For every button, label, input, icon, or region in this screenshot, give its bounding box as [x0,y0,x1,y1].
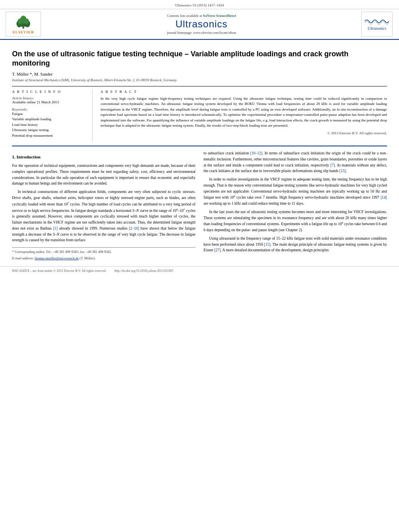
body-p1: For the operation of technical equipment… [12,163,195,187]
keywords-list: Fatigue Variable amplitude loading Load … [12,111,86,139]
right-logo: Ultrasonics [361,12,393,37]
journal-top-header: ELSEVIER Contents lists available at Sci… [0,9,399,40]
article-title: On the use of ultrasonic fatigue testing… [12,49,387,68]
keyword-4: Ultrasonic fatigue testing [12,127,86,133]
main-content: On the use of ultrasonic fatigue testing… [0,40,399,266]
article-history-group: Article history: Available online 21 Mar… [12,96,86,104]
section1-heading: 1. Introduction [12,154,195,160]
elsevier-brand-text: ELSEVIER [12,30,34,34]
homepage-line: journal homepage: www.elsevier.com/locat… [46,31,357,35]
body-col-right: to subsurface crack initiation [10–12]. … [204,150,387,262]
article-history-label: Article history: [12,96,86,100]
affiliation: Institute of Structural Mechanics (StM),… [12,78,387,82]
article-info-col: A R T I C L E I N F O Article history: A… [12,90,93,142]
contents-line: Contents lists available at SciVerse Sci… [46,14,357,18]
body-p2: In technical constructions of different … [12,189,195,243]
email-link[interactable]: thomas.mueller@uni-rostock.de [35,256,78,260]
elsevier-logo: ELSEVIER [6,12,42,37]
ultrasonics-wave-icon [365,18,389,25]
abstract-col: A B S T R A C T In the very high cycle f… [101,90,387,142]
abstract-text: In the very high cycle fatigue regime hi… [101,96,387,129]
body-p4: In order to realize investigations in th… [204,177,387,207]
article-meta-row: A R T I C L E I N F O Article history: A… [12,90,387,142]
footer-doi: http://dx.doi.org/10.1016/j.ultras.2013.… [114,269,173,273]
available-online: Available online 21 March 2013 [12,100,86,104]
volume-info-header: Ultrasonics 53 (2013) 1417–1424 [0,0,399,9]
body-columns: 1. Introduction For the operation of tec… [12,150,387,262]
footnote-email: E-mail address: thomas.mueller@uni-rosto… [12,256,195,261]
keywords-label: Keywords: [12,107,86,111]
article-info-section-label: A R T I C L E I N F O [12,90,86,94]
sciverse-link[interactable]: SciVerse ScienceDirect [203,14,236,18]
volume-info-text: Ultrasonics 53 (2013) 1417–1424 [175,3,224,7]
keyword-2: Variable amplitude loading [12,117,86,122]
elsevier-logo-box: ELSEVIER [6,12,41,37]
keyword-3: Load time history [12,122,86,128]
body-p5: In the last years the use of ultrasonic … [204,209,387,233]
abstract-section-label: A B S T R A C T [101,90,387,94]
journal-center-block: Contents lists available at SciVerse Sci… [46,14,357,35]
footnote-area: * Corresponding author. Tel.: +49 381 49… [12,247,195,261]
body-col-left: 1. Introduction For the operation of tec… [12,150,195,262]
ultrasonics-logo-text: Ultrasonics [368,26,387,31]
footer-bar: 0041-624X/$ – see front matter © 2013 El… [0,266,399,275]
body-divider [12,146,387,146]
footer-issn: 0041-624X/$ – see front matter © 2013 El… [12,269,106,273]
svg-point-5 [18,18,23,24]
body-p3: to subsurface crack initiation [10–12]. … [204,150,387,174]
ultrasonics-right-logo-box: Ultrasonics [361,12,393,37]
stressed-word: stressed [121,196,133,200]
page: Ultrasonics 53 (2013) 1417–1424 ELSEVIER [0,0,399,532]
authors: T. Müller *, M. Sander [12,72,387,76]
svg-point-6 [24,18,29,24]
keywords-group: Keywords: Fatigue Variable amplitude loa… [12,107,86,139]
copyright-line: © 2013 Elsevier B.V. All rights reserved… [101,131,387,135]
keyword-1: Fatigue [12,111,86,117]
body-p6: Using ultrasound in the frequency range … [204,236,387,253]
footnote-corresponding: * Corresponding author. Tel.: +49 381 49… [12,249,195,255]
journal-title: Ultrasonics [46,18,357,30]
keyword-5: Potential drop measurement [12,133,86,139]
divider-1 [12,86,387,86]
elsevier-tree-icon [12,14,35,29]
